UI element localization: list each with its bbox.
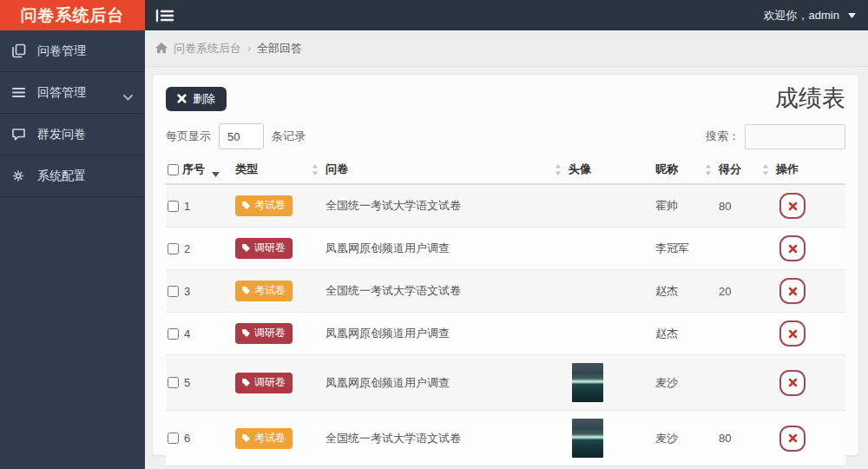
- row-delete-button[interactable]: [779, 193, 806, 219]
- type-badge-label: 考试卷: [254, 198, 286, 213]
- row-delete-button[interactable]: [779, 370, 806, 396]
- row-number: 1: [184, 200, 190, 213]
- table-controls: 每页显示 50 条记录 搜索：: [166, 123, 845, 149]
- breadcrumb-current: 全部回答: [257, 41, 302, 56]
- x-icon: [788, 329, 798, 339]
- type-badge: 考试卷: [235, 195, 293, 216]
- score: 80: [717, 184, 774, 228]
- row-checkbox[interactable]: [168, 377, 179, 388]
- sort-icon[interactable]: [705, 164, 712, 175]
- sort-icon[interactable]: [555, 164, 562, 175]
- main-area: 问卷系统后台 › 全部回答 删除 成绩表: [145, 30, 868, 469]
- tag-icon: [241, 378, 251, 387]
- card-header: 删除 成绩表: [166, 75, 845, 111]
- row-checkbox[interactable]: [168, 433, 179, 444]
- sort-icon[interactable]: [762, 164, 769, 175]
- score: [717, 228, 774, 270]
- avatar: [572, 419, 603, 458]
- welcome-text: 欢迎你，admin: [764, 8, 839, 23]
- sidebar-item-4[interactable]: 系统配置: [0, 155, 145, 197]
- home-icon: [155, 43, 168, 54]
- survey-name: 全国统一考试大学语文试卷: [324, 411, 567, 466]
- row-checkbox[interactable]: [168, 328, 179, 340]
- breadcrumb: 问卷系统后台 › 全部回答: [145, 30, 868, 67]
- app-window: 问卷系统后台 欢迎你，admin 问卷管理回答管理群发问卷系统配置: [0, 0, 868, 469]
- type-badge-label: 调研卷: [254, 326, 286, 340]
- type-badge: 考试卷: [235, 428, 293, 449]
- table-body: 1考试卷全国统一考试大学语文试卷霍帅802调研卷凤凰网原创频道用户调查李冠军3考…: [166, 184, 845, 466]
- survey-name: 凤凰网原创频道用户调查: [324, 355, 567, 411]
- topbar-main: 欢迎你，admin: [145, 0, 868, 30]
- x-icon: [788, 244, 798, 254]
- sidebar-item-label: 系统配置: [37, 168, 133, 184]
- tag-icon: [241, 328, 251, 338]
- results-card: 删除 成绩表 每页显示 50 条记录 搜索：: [152, 74, 859, 456]
- column-header-2[interactable]: 类型: [233, 158, 324, 184]
- type-badge: 调研卷: [235, 373, 293, 393]
- column-header-4: 头像: [567, 158, 654, 184]
- avatar: [572, 363, 603, 402]
- row-checkbox[interactable]: [168, 201, 179, 212]
- column-label: 问卷: [326, 162, 348, 177]
- row-delete-button[interactable]: [779, 426, 806, 452]
- sidebar-item-3[interactable]: 群发问卷: [0, 114, 145, 155]
- column-label: 头像: [569, 162, 591, 177]
- row-delete-button[interactable]: [779, 320, 806, 347]
- per-page-select[interactable]: 50: [219, 123, 264, 149]
- row-number: 3: [184, 285, 190, 298]
- per-page-prefix-label: 每页显示: [166, 129, 211, 144]
- nickname: 赵杰: [654, 313, 717, 355]
- nickname: 麦沙: [654, 411, 717, 466]
- row-number: 5: [184, 376, 190, 389]
- type-badge-label: 调研卷: [254, 241, 286, 255]
- sidebar-item-2[interactable]: 回答管理: [0, 72, 145, 114]
- delete-button[interactable]: 删除: [166, 87, 227, 111]
- breadcrumb-home-link[interactable]: 问卷系统后台: [174, 41, 241, 56]
- column-header-1[interactable]: 序号: [166, 158, 233, 184]
- tag-icon: [241, 201, 251, 210]
- column-header-6[interactable]: 得分: [717, 158, 774, 184]
- gears-icon: [11, 168, 26, 183]
- survey-name: 凤凰网原创频道用户调查: [324, 313, 567, 355]
- sidebar-toggle-icon[interactable]: [155, 8, 174, 23]
- delete-button-label: 删除: [193, 91, 215, 107]
- score: [717, 313, 774, 355]
- table-row: 4调研卷凤凰网原创频道用户调查赵杰: [166, 313, 845, 355]
- column-header-5[interactable]: 昵称: [654, 158, 717, 184]
- per-page-suffix-label: 条记录: [272, 129, 306, 144]
- column-label: 序号: [182, 162, 205, 177]
- table-header-row: 序号类型问卷头像昵称得分操作: [166, 158, 845, 184]
- column-label: 得分: [719, 162, 741, 177]
- search-input[interactable]: [745, 124, 845, 149]
- sort-icon[interactable]: [312, 164, 319, 175]
- chevron-down-icon: [123, 89, 133, 96]
- type-badge-label: 调研卷: [254, 375, 286, 390]
- score: 20: [717, 270, 774, 313]
- sort-caret-icon[interactable]: [212, 167, 220, 172]
- nickname: 麦沙: [654, 355, 717, 411]
- breadcrumb-separator: ›: [247, 43, 251, 55]
- row-checkbox[interactable]: [168, 243, 179, 254]
- app-logo[interactable]: 问卷系统后台: [0, 0, 145, 30]
- row-checkbox[interactable]: [168, 286, 179, 297]
- sidebar-item-1[interactable]: 问卷管理: [0, 30, 145, 72]
- type-badge-label: 考试卷: [254, 431, 286, 446]
- nickname: 霍帅: [654, 184, 717, 228]
- column-header-3[interactable]: 问卷: [324, 158, 567, 184]
- tag-icon: [241, 243, 251, 253]
- chevron-down-icon: [848, 13, 856, 18]
- user-menu[interactable]: 欢迎你，admin: [764, 8, 856, 23]
- page-title: 成绩表: [775, 85, 845, 111]
- select-all-checkbox[interactable]: [168, 164, 179, 175]
- type-badge: 考试卷: [235, 281, 293, 301]
- row-delete-button[interactable]: [779, 235, 806, 261]
- type-badge-label: 考试卷: [254, 283, 286, 298]
- table-row: 3考试卷全国统一考试大学语文试卷赵杰20: [166, 270, 845, 313]
- sidebar-item-label: 问卷管理: [37, 43, 133, 59]
- column-header-7: 操作: [774, 158, 845, 184]
- x-icon: [788, 433, 798, 443]
- row-delete-button[interactable]: [779, 278, 806, 304]
- survey-name: 凤凰网原创频道用户调查: [324, 228, 567, 270]
- survey-name: 全国统一考试大学语文试卷: [324, 270, 567, 313]
- column-label: 操作: [776, 162, 799, 177]
